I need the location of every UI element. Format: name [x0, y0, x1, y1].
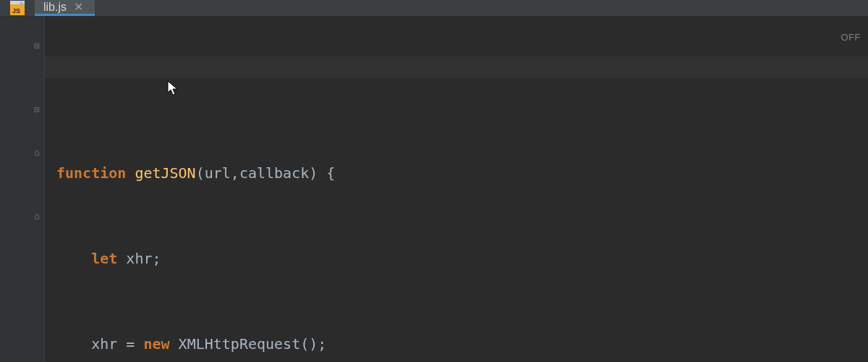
gutter: ⊟ ⊟ ⌂ ⌂: [0, 17, 45, 362]
tabbar-gutter-spacer: JS: [0, 0, 35, 16]
tab-file-name: lib.js: [43, 1, 67, 14]
fold-toggle-icon[interactable]: ⊟: [34, 105, 40, 114]
code-surface[interactable]: function getJSON(url,callback) { let xhr…: [45, 17, 868, 362]
fold-end-icon[interactable]: ⌂: [34, 211, 40, 221]
fold-toggle-icon[interactable]: ⊟: [34, 41, 40, 51]
code-line[interactable]: let xhr;: [56, 248, 868, 269]
close-icon[interactable]: ✕: [72, 0, 85, 14]
editor-root: JS lib.js ✕ OFF ⊟ ⊟ ⌂ ⌂: [0, 0, 868, 362]
fold-end-icon[interactable]: ⌂: [34, 148, 40, 157]
file-tab-active[interactable]: lib.js ✕: [35, 0, 95, 16]
editor-area[interactable]: ⊟ ⊟ ⌂ ⌂ function getJSON(url,callback) {…: [0, 17, 868, 362]
code-line[interactable]: function getJSON(url,callback) {: [56, 163, 868, 184]
code-line[interactable]: xhr = new XMLHttpRequest();: [56, 334, 868, 355]
tab-bar: JS lib.js ✕: [0, 0, 868, 17]
current-line-highlight: [45, 56, 868, 77]
svg-text:JS: JS: [12, 7, 20, 14]
js-file-icon: JS: [10, 1, 25, 15]
